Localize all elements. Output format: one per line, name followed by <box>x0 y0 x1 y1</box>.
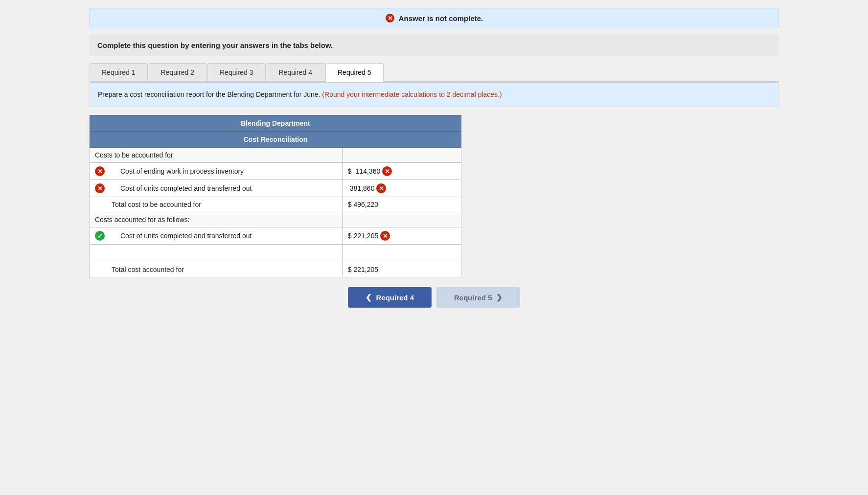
content-description: Prepare a cost reconciliation report for… <box>98 90 770 100</box>
content-plain: Prepare a cost reconciliation report for… <box>98 90 322 98</box>
ucto-bot-value: 221,205 <box>354 232 379 240</box>
row-label-ewip: ✕ Cost of ending work in process invento… <box>90 163 343 180</box>
tab-required-4[interactable]: Required 4 <box>267 63 325 81</box>
svg-text:✕: ✕ <box>387 15 392 22</box>
chevron-left-icon: ❮ <box>365 293 372 302</box>
success-icon-ucto-bot: ✓ <box>95 231 105 241</box>
error-circle-icon: ✕ <box>385 13 395 23</box>
content-area: Prepare a cost reconciliation report for… <box>90 82 778 107</box>
instruction-text: Complete this question by entering your … <box>97 41 771 49</box>
cost-reconciliation-table: Blending Department Cost Reconciliation … <box>90 115 461 277</box>
ucto-top-label: Cost of units completed and transferred … <box>107 184 251 192</box>
row-value-ucto-top: 381,860 ✕ <box>343 180 461 197</box>
ucto-bot-dollar: $ <box>348 232 352 240</box>
row-value-ewip: $ 114,360 ✕ <box>343 163 461 180</box>
ewip-value: 114,360 <box>356 167 381 175</box>
error-icon-ucto-bot-right: ✕ <box>380 231 390 241</box>
tab-required-1[interactable]: Required 1 <box>90 63 148 81</box>
table-header-1: Blending Department <box>90 115 461 132</box>
ucto-bot-label: Cost of units completed and transferred … <box>107 232 251 240</box>
table-header-2: Cost Reconciliation <box>90 132 461 148</box>
ewip-label: Cost of ending work in process inventory <box>107 167 244 175</box>
row-label-ucto-top: ✕ Cost of units completed and transferre… <box>90 180 343 197</box>
table-row: ✕ Cost of units completed and transferre… <box>90 180 461 197</box>
table-row: ✕ Cost of ending work in process invento… <box>90 163 461 180</box>
chevron-right-icon: ❯ <box>496 293 503 302</box>
content-highlight: (Round your intermediate calculations to… <box>322 90 502 98</box>
alert-text: Answer is not complete. <box>399 14 483 22</box>
table-row: Costs accounted for as follows: <box>90 212 461 227</box>
row-label-total-ca: Total cost accounted for <box>90 262 343 277</box>
prev-button[interactable]: ❮ Required 4 <box>348 287 432 308</box>
error-icon-ucto-right: ✕ <box>376 183 386 193</box>
table-row: Total cost to be accounted for $ 496,220 <box>90 197 461 212</box>
next-button: Required 5 ❯ <box>436 287 520 308</box>
row-value-ucto-bot: $ 221,205 ✕ <box>343 227 461 245</box>
section-label-1: Costs to be accounted for: <box>90 148 343 163</box>
table-container: Blending Department Cost Reconciliation … <box>90 115 778 277</box>
section-label-2: Costs accounted for as follows: <box>90 212 343 227</box>
table-row: ✓ Cost of units completed and transferre… <box>90 227 461 245</box>
instruction-bar: Complete this question by entering your … <box>90 34 778 56</box>
row-label-ucto-bot: ✓ Cost of units completed and transferre… <box>90 227 343 245</box>
error-icon-ewip-right: ✕ <box>382 166 392 176</box>
tab-required-5[interactable]: Required 5 <box>325 63 384 82</box>
alert-banner: ✕ Answer is not complete. <box>90 8 778 28</box>
tabs-container: Required 1 Required 2 Required 3 Require… <box>90 63 778 82</box>
next-button-label: Required 5 <box>454 293 492 302</box>
total-tba-dollar: $ <box>348 201 354 208</box>
prev-button-label: Required 4 <box>376 293 414 302</box>
total-tba-value: 496,220 <box>354 201 379 208</box>
total-ca-dollar: $ <box>348 266 354 273</box>
ewip-dollar: $ <box>348 167 352 175</box>
row-value-total-tba: $ 496,220 <box>343 197 461 212</box>
row-value-total-ca: $ 221,205 <box>343 262 461 277</box>
error-icon-ucto-left: ✕ <box>95 183 105 193</box>
tab-required-3[interactable]: Required 3 <box>207 63 266 81</box>
table-row: Costs to be accounted for: <box>90 148 461 163</box>
total-ca-value: 221,205 <box>354 266 379 273</box>
error-icon-ewip-left: ✕ <box>95 166 105 176</box>
table-row: Total cost accounted for $ 221,205 <box>90 262 461 277</box>
table-row <box>90 245 461 262</box>
nav-buttons: ❮ Required 4 Required 5 ❯ <box>90 287 778 308</box>
ucto-top-value: 381,860 <box>350 184 375 192</box>
tab-required-2[interactable]: Required 2 <box>149 63 207 81</box>
row-label-total-tba: Total cost to be accounted for <box>90 197 343 212</box>
